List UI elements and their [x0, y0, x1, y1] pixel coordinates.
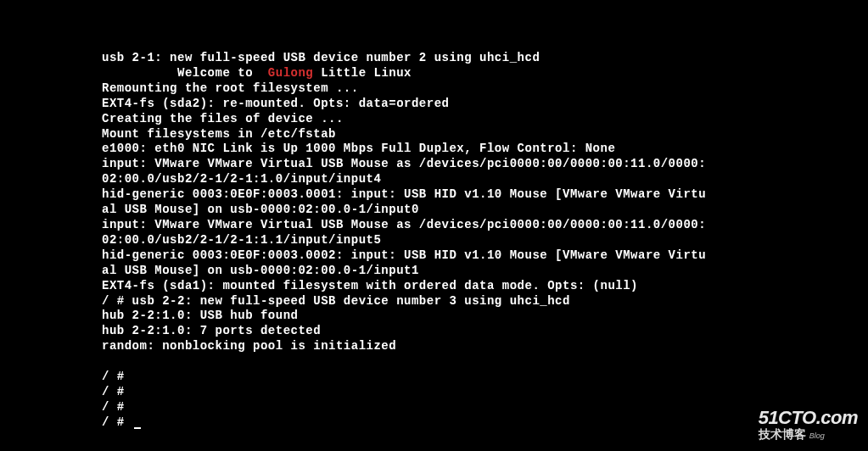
- terminal-line: e1000: eth0 NIC Link is Up 1000 Mbps Ful…: [102, 142, 868, 157]
- shell-prompt[interactable]: / #: [102, 415, 868, 431]
- terminal-line: hub 2-2:1.0: USB hub found: [102, 309, 868, 324]
- terminal-line: input: VMware VMware Virtual USB Mouse a…: [102, 157, 868, 172]
- terminal-line: hid-generic 0003:0E0F:0003.0001: input: …: [102, 187, 868, 203]
- watermark: 51CTO.com 技术博客Blog: [759, 407, 858, 443]
- welcome-prefix: Welcome to: [102, 66, 268, 80]
- welcome-suffix: Little Linux: [313, 66, 412, 80]
- terminal-line: / #: [102, 370, 868, 385]
- terminal-line: input: VMware VMware Virtual USB Mouse a…: [102, 218, 868, 233]
- terminal-line: al USB Mouse] on usb-0000:02:00.0-1/inpu…: [102, 203, 868, 218]
- welcome-banner: Welcome to Gulong Little Linux: [102, 66, 868, 81]
- terminal-line: / # usb 2-2: new full-speed USB device n…: [102, 294, 868, 309]
- terminal-line: / #: [102, 385, 868, 400]
- terminal-line: EXT4-fs (sda2): re-mounted. Opts: data=o…: [102, 97, 868, 112]
- terminal-line: Creating the files of device ...: [102, 112, 868, 127]
- watermark-domain: 51CTO.com: [759, 407, 858, 429]
- terminal-line: EXT4-fs (sda1): mounted filesystem with …: [102, 279, 868, 294]
- watermark-subtitle: 技术博客Blog: [759, 427, 858, 443]
- terminal-line: usb 2-1: new full-speed USB device numbe…: [102, 51, 868, 66]
- brand-name: Gulong: [268, 66, 313, 80]
- terminal-line: 02:00.0/usb2/2-1/2-1:1.0/input/input4: [102, 172, 868, 187]
- terminal-line: 02:00.0/usb2/2-1/2-1:1.1/input/input5: [102, 233, 868, 248]
- terminal-line: Mount filesystems in /etc/fstab: [102, 127, 868, 142]
- terminal-line: / #: [102, 400, 868, 415]
- cursor-icon: [134, 427, 141, 429]
- prompt-text: / #: [102, 415, 132, 429]
- terminal-line: al USB Mouse] on usb-0000:02:00.0-1/inpu…: [102, 264, 868, 279]
- terminal-output[interactable]: usb 2-1: new full-speed USB device numbe…: [0, 0, 868, 431]
- terminal-line: hub 2-2:1.0: 7 ports detected: [102, 324, 868, 339]
- terminal-line: Remounting the root filesystem ...: [102, 81, 868, 97]
- terminal-line: hid-generic 0003:0E0F:0003.0002: input: …: [102, 248, 868, 264]
- terminal-line: random: nonblocking pool is initialized: [102, 339, 868, 354]
- terminal-line: [102, 354, 868, 370]
